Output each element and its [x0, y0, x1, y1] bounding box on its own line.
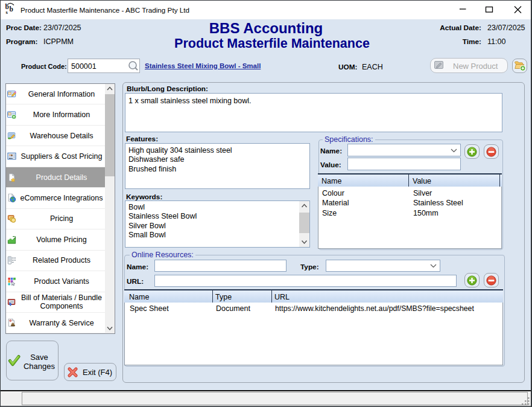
svg-text:b: b: [10, 5, 13, 13]
